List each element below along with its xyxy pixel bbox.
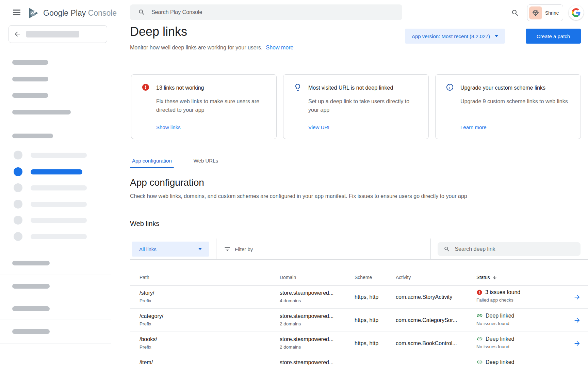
chevron-down-icon bbox=[198, 248, 202, 250]
path-type: Prefix bbox=[140, 344, 280, 350]
learn-more-link[interactable]: Learn more bbox=[460, 124, 487, 130]
status-header-label: Status bbox=[476, 275, 490, 280]
tab-bar: App configuration Web URLs bbox=[130, 157, 588, 168]
domain-count: 2 domains bbox=[280, 344, 355, 350]
sidebar-nav-item[interactable] bbox=[0, 232, 111, 242]
open-row-arrow-icon[interactable] bbox=[573, 317, 581, 324]
tab-app-configuration[interactable]: App configuration bbox=[130, 157, 174, 168]
skeleton-bar bbox=[12, 261, 50, 265]
skeleton-bar bbox=[31, 202, 87, 207]
card-links-not-working: 13 links not working Fix these web links… bbox=[131, 74, 277, 139]
domain-count: 2 domains bbox=[280, 321, 355, 326]
domain-value: store.steampowered... bbox=[280, 336, 355, 342]
global-search[interactable] bbox=[130, 4, 402, 20]
web-links-table: Path Domain Scheme Activity Status /stor… bbox=[130, 260, 588, 368]
activity-value bbox=[396, 355, 476, 368]
sidebar-nav-item[interactable] bbox=[0, 151, 111, 161]
path-value: /story/ bbox=[140, 290, 280, 296]
column-header-status[interactable]: Status bbox=[476, 275, 566, 280]
table-row[interactable]: /story/ Prefix store.steampowered... 4 d… bbox=[130, 286, 588, 309]
view-url-link[interactable]: View URL bbox=[308, 124, 331, 130]
status-value: Deep linked bbox=[486, 313, 514, 319]
sidebar-nav-item-active[interactable] bbox=[0, 167, 111, 178]
deep-link-icon bbox=[476, 336, 483, 342]
app-switcher-chip[interactable]: Shrine bbox=[527, 4, 563, 21]
show-links-link[interactable]: Show links bbox=[156, 124, 181, 130]
create-patch-button[interactable]: Create a patch bbox=[526, 29, 581, 44]
scheme-value bbox=[355, 355, 396, 368]
sidebar bbox=[0, 25, 111, 368]
skeleton-bar bbox=[12, 110, 71, 114]
sidebar-nav-item[interactable] bbox=[0, 216, 111, 226]
filter-by-button[interactable]: Filter by bbox=[224, 239, 253, 260]
show-more-link[interactable]: Show more bbox=[266, 45, 294, 51]
skeleton-section-label bbox=[12, 134, 53, 138]
path-value: /books/ bbox=[140, 336, 280, 342]
deep-link-search[interactable] bbox=[438, 242, 581, 256]
logo-text: Google Play Console bbox=[43, 9, 117, 18]
table-row[interactable]: /item/ store.steampowered... Deep linked bbox=[130, 355, 588, 368]
arrow-back-icon bbox=[14, 30, 21, 38]
web-links-toolbar: All links Filter by bbox=[130, 239, 588, 260]
activity-value: com.acme.StoryActivity bbox=[396, 286, 476, 308]
links-filter-label: All links bbox=[139, 246, 157, 252]
logo-text-console: Console bbox=[88, 9, 117, 17]
deep-link-icon bbox=[476, 359, 483, 365]
card-title: Most visited URL is not deep linked bbox=[308, 84, 419, 92]
status-value: 3 issues found bbox=[485, 289, 520, 295]
skeleton-circle bbox=[14, 167, 22, 176]
play-console-logo-icon bbox=[27, 7, 40, 19]
column-header-activity[interactable]: Activity bbox=[396, 275, 476, 280]
card-body: Fix these web links to make sure users a… bbox=[156, 97, 267, 114]
page-subtitle: Monitor how well deep links are working … bbox=[130, 45, 263, 51]
table-row[interactable]: /books/ Prefix store.steampowered... 2 d… bbox=[130, 332, 588, 355]
activity-value: com.acme.BookControl... bbox=[396, 332, 476, 355]
scheme-value: https, http bbox=[355, 286, 396, 308]
sidebar-nav-item[interactable] bbox=[0, 183, 111, 194]
page-title: Deep links bbox=[130, 25, 187, 39]
sidebar-divider bbox=[0, 343, 111, 343]
column-header-domain[interactable]: Domain bbox=[280, 275, 355, 280]
info-icon bbox=[446, 83, 454, 91]
back-button[interactable] bbox=[9, 25, 107, 43]
sidebar-divider bbox=[0, 252, 111, 252]
card-body: Set up a deep link to take users directl… bbox=[308, 97, 420, 114]
column-header-path[interactable]: Path bbox=[140, 275, 280, 280]
diamond-icon bbox=[532, 9, 539, 17]
error-icon bbox=[142, 83, 150, 91]
secondary-search-icon[interactable] bbox=[511, 9, 519, 17]
search-icon bbox=[138, 9, 145, 16]
error-icon bbox=[476, 289, 483, 295]
app-version-label: App version: Most recent (8.2.027) bbox=[412, 33, 490, 39]
skeleton-bar bbox=[12, 306, 50, 311]
status-detail: No issues found bbox=[476, 321, 566, 326]
activity-value: com.acme.CategorySor... bbox=[396, 309, 476, 332]
account-avatar[interactable] bbox=[569, 5, 584, 20]
menu-icon[interactable] bbox=[13, 10, 20, 15]
global-search-input[interactable] bbox=[151, 9, 402, 15]
deep-link-search-input[interactable] bbox=[455, 246, 581, 252]
domain-value: store.steampowered... bbox=[280, 290, 355, 296]
toolbar-divider bbox=[216, 239, 216, 260]
links-filter-dropdown[interactable]: All links bbox=[132, 242, 209, 257]
open-row-arrow-icon[interactable] bbox=[573, 340, 581, 347]
scheme-value: https, http bbox=[355, 332, 396, 355]
filter-icon bbox=[224, 246, 231, 252]
skeleton-circle bbox=[14, 232, 22, 241]
scheme-value: https, http bbox=[355, 309, 396, 332]
app-chip-label: Shrine bbox=[545, 10, 559, 16]
chevron-down-icon bbox=[495, 35, 498, 37]
skeleton-bar bbox=[31, 218, 87, 223]
app-version-selector[interactable]: App version: Most recent (8.2.027) bbox=[405, 29, 505, 44]
search-icon bbox=[444, 246, 450, 252]
domain-value: store.steampowered... bbox=[280, 313, 355, 319]
column-header-scheme[interactable]: Scheme bbox=[355, 275, 396, 280]
skeleton-bar bbox=[12, 93, 48, 98]
tab-web-urls[interactable]: Web URLs bbox=[192, 157, 220, 168]
sidebar-nav-item[interactable] bbox=[0, 200, 111, 210]
card-most-visited-url: Most visited URL is not deep linked Set … bbox=[283, 74, 429, 139]
open-row-arrow-icon[interactable] bbox=[573, 293, 581, 301]
skeleton-circle bbox=[14, 216, 22, 225]
table-row[interactable]: /category/ Prefix store.steampowered... … bbox=[130, 309, 588, 332]
sidebar-divider bbox=[0, 320, 111, 320]
